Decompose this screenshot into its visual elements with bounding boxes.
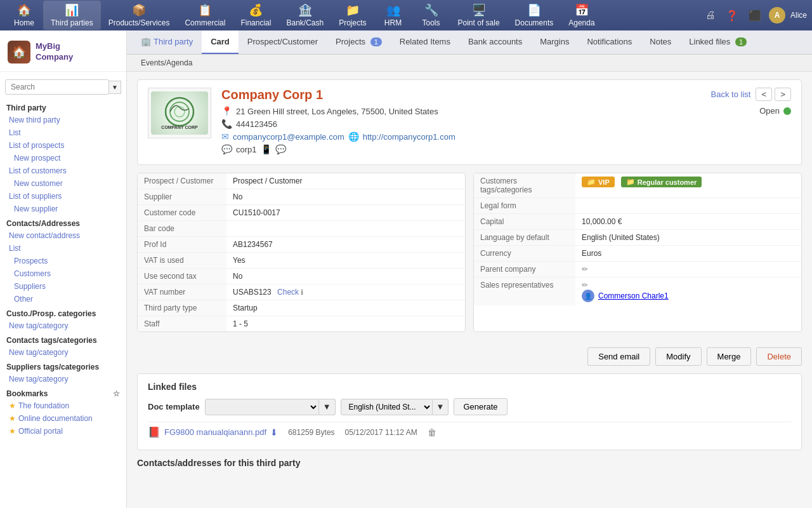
delete-button[interactable]: Delete [756, 347, 802, 366]
language-select-arrow[interactable]: ▼ [433, 399, 449, 415]
nav-projects[interactable]: 📁 Projects [331, 1, 374, 30]
sidebar-item-new-tag-contacts[interactable]: New tag/category [0, 346, 126, 359]
nav-commercial[interactable]: 📋 Commercial [177, 1, 233, 30]
parent-company-edit-icon[interactable]: ✏ [582, 265, 588, 274]
sidebar-item-list-suppliers[interactable]: List of suppliers [0, 190, 126, 203]
sidebar-item-new-third-party[interactable]: New third party [0, 114, 126, 126]
field-label-currency: Currency [474, 246, 575, 262]
sidebar-item-official-portal[interactable]: ★Official portal [0, 425, 126, 438]
tab-notifications[interactable]: Notifications [578, 30, 641, 54]
search-dropdown-arrow[interactable]: ▼ [109, 81, 121, 94]
pos-icon: 🖥️ [472, 3, 486, 17]
language-select-wrapper: English (United St... ▼ [341, 399, 449, 415]
main-content: 🏢 Third party Card Prospect/Customer Pro… [127, 30, 812, 508]
vat-check-link[interactable]: Check [277, 288, 299, 297]
sidebar-item-list-prospects[interactable]: List of prospects [0, 139, 126, 152]
sidebar-item-list[interactable]: List [0, 126, 126, 139]
language-select[interactable]: English (United St... [341, 399, 433, 415]
phone-icon: 📞 [221, 119, 232, 129]
doc-template-select[interactable] [205, 399, 319, 415]
tab-projects[interactable]: Projects 1 [327, 30, 391, 54]
next-arrow-button[interactable]: > [775, 88, 791, 101]
logout-icon[interactable]: ⬛ [746, 7, 764, 24]
nav-home[interactable]: 🏠 Home [5, 1, 43, 30]
pdf-icon: 📕 [148, 426, 160, 438]
folder-icon-vip: 📁 [587, 178, 596, 186]
nav-agenda[interactable]: 📅 Agenda [561, 1, 602, 30]
sidebar-item-customers[interactable]: Customers [0, 267, 126, 280]
send-email-button[interactable]: Send email [587, 347, 650, 366]
prev-arrow-button[interactable]: < [756, 88, 772, 101]
sidebar-cust-categories-title: Custo./Prosp. categories [0, 305, 126, 319]
modify-button[interactable]: Modify [655, 347, 701, 366]
nav-third-parties[interactable]: 📊 Third parties [43, 1, 101, 30]
field-label-staff: Staff [138, 316, 226, 332]
tab-prospect-customer[interactable]: Prospect/Customer [239, 30, 327, 54]
vat-info-icon: ℹ [301, 288, 303, 296]
sidebar-item-new-contact[interactable]: New contact/address [0, 229, 126, 242]
field-label-parent-company: Parent company [474, 262, 575, 277]
sidebar-item-new-customer[interactable]: New customer [0, 177, 126, 190]
nav-bank-cash[interactable]: 🏦 Bank/Cash [278, 1, 331, 30]
doc-template-arrow[interactable]: ▼ [319, 399, 336, 415]
field-value-legal-form [575, 198, 801, 214]
help-icon[interactable]: ❓ [723, 7, 741, 24]
doc-template-label: Doc template [148, 402, 200, 411]
bookmarks-add-icon[interactable]: ☆ [113, 389, 120, 398]
sidebar-section-contacts-tags: Contacts tags/categories New tag/categor… [0, 332, 126, 359]
sidebar-contacts-tags-title: Contacts tags/categories [0, 332, 126, 346]
back-to-list-link[interactable]: Back to list [711, 90, 751, 99]
nav-tools[interactable]: 🔧 Tools [412, 1, 450, 30]
search-input[interactable] [5, 79, 109, 95]
tab-third-party[interactable]: 🏢 Third party [132, 30, 202, 54]
nav-financial[interactable]: 💰 Financial [233, 1, 278, 30]
nav-documents[interactable]: 📄 Documents [508, 1, 561, 30]
nav-point-of-sale[interactable]: 🖥️ Point of sale [450, 1, 508, 30]
company-header: COMPANY CORP Company Corp 1 📍 21 Green H… [137, 79, 802, 165]
company-website-link[interactable]: http://companycorp1.com [363, 132, 455, 142]
sidebar-item-new-tag-cust[interactable]: New tag/category [0, 319, 126, 332]
sidebar-item-prospects[interactable]: Prospects [0, 255, 126, 267]
tab-margins[interactable]: Margins [531, 30, 578, 54]
company-logo-svg: COMPANY CORP [157, 96, 202, 131]
sidebar-item-other[interactable]: Other [0, 293, 126, 305]
file-date: 05/12/2017 11:12 AM [345, 428, 417, 437]
company-email-website: ✉ companycorp1@example.com 🌐 http://comp… [221, 131, 711, 142]
nav-hrm[interactable]: 👥 HRM [374, 1, 412, 30]
field-value-supplier: No [226, 189, 465, 205]
file-name-link[interactable]: FG9800 manualqianann.pdf [164, 427, 266, 437]
generate-button[interactable]: Generate [454, 398, 507, 415]
sidebar-item-new-prospect[interactable]: New prospect [0, 152, 126, 164]
sidebar-item-foundation[interactable]: ★The foundation [0, 399, 126, 412]
financial-icon: 💰 [249, 3, 263, 17]
sidebar-item-new-tag-suppliers[interactable]: New tag/category [0, 373, 126, 385]
tab-notes[interactable]: Notes [641, 30, 680, 54]
sidebar-item-list-contacts[interactable]: List [0, 242, 126, 255]
tab-bank-accounts[interactable]: Bank accounts [459, 30, 531, 54]
merge-button[interactable]: Merge [707, 347, 752, 366]
tab-related-items[interactable]: Related Items [391, 30, 459, 54]
file-row: 📕 FG9800 manualqianann.pdf ⬇ 681259 Byte… [148, 422, 791, 442]
subtab-events-agenda[interactable]: Events/Agenda [132, 55, 201, 71]
sales-rep-edit-icon[interactable]: ✏ [582, 281, 588, 290]
field-value-cust-tags: 📁 VIP 📁 Regular customer [575, 173, 801, 198]
file-download-icon[interactable]: ⬇ [270, 427, 278, 438]
nav-products-services[interactable]: 📦 Products/Services [101, 1, 178, 30]
file-delete-icon[interactable]: 🗑 [428, 427, 436, 438]
svg-text:COMPANY CORP: COMPANY CORP [161, 125, 198, 130]
sidebar-search-container: ▼ [0, 77, 126, 100]
tab-linked-files[interactable]: Linked files 1 [680, 30, 756, 54]
tab-card[interactable]: Card [202, 30, 239, 54]
print-icon[interactable]: 🖨 [703, 7, 718, 23]
sidebar-item-online-docs[interactable]: ★Online documentation [0, 412, 126, 425]
top-nav-right: 🖨 ❓ ⬛ A Alice [703, 7, 807, 24]
field-label-vat-number: VAT number [138, 284, 226, 300]
field-label-customer-code: Customer code [138, 205, 226, 221]
data-tables: Prospect / Customer Prospect / Customer … [137, 173, 802, 332]
sidebar-item-list-customers[interactable]: List of customers [0, 164, 126, 177]
sales-rep-link[interactable]: Commerson Charle1 [598, 291, 669, 300]
company-email-link[interactable]: companycorp1@example.com [233, 132, 344, 142]
sidebar-item-new-supplier[interactable]: New supplier [0, 203, 126, 215]
sidebar-section-bookmarks: Bookmarks☆ ★The foundation ★Online docum… [0, 385, 126, 438]
sidebar-item-suppliers[interactable]: Suppliers [0, 280, 126, 293]
